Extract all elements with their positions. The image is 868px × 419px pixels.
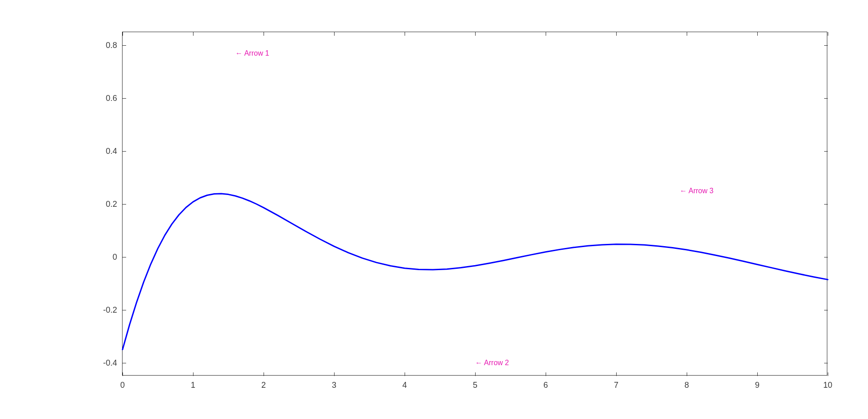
x-tick-mark bbox=[264, 32, 264, 36]
y-tick-mark bbox=[824, 45, 828, 46]
x-tick-mark bbox=[757, 372, 758, 376]
line-series bbox=[123, 32, 828, 376]
x-tick-mark bbox=[334, 372, 335, 376]
y-tick-mark bbox=[824, 363, 828, 363]
y-tick-mark bbox=[824, 204, 828, 205]
y-tick-mark bbox=[123, 151, 126, 152]
x-tick-mark bbox=[334, 32, 335, 36]
x-tick-label: 3 bbox=[332, 381, 336, 390]
y-tick-mark bbox=[123, 204, 126, 205]
x-tick-mark bbox=[193, 372, 193, 376]
x-tick-mark bbox=[687, 32, 687, 36]
x-tick-label: 0 bbox=[120, 381, 125, 390]
x-tick-label: 4 bbox=[402, 381, 407, 390]
y-tick-mark bbox=[123, 363, 126, 363]
x-tick-label: 10 bbox=[823, 381, 832, 390]
x-tick-mark bbox=[546, 372, 546, 376]
y-tick-mark bbox=[824, 257, 828, 257]
y-tick-label: 0.4 bbox=[106, 147, 117, 156]
x-tick-mark bbox=[123, 372, 123, 376]
y-tick-label: 0 bbox=[113, 252, 117, 262]
x-tick-mark bbox=[475, 32, 476, 36]
x-tick-mark bbox=[616, 372, 617, 376]
y-tick-label: 0.8 bbox=[106, 41, 117, 50]
x-tick-mark bbox=[616, 32, 617, 36]
axes[interactable]: -0.4-0.200.20.40.60.8012345678910← Arrow… bbox=[122, 32, 827, 376]
x-tick-label: 6 bbox=[543, 381, 548, 390]
x-tick-label: 5 bbox=[473, 381, 477, 390]
x-tick-mark bbox=[828, 32, 828, 36]
y-tick-mark bbox=[824, 310, 828, 310]
x-tick-label: 1 bbox=[191, 381, 195, 390]
y-tick-label: 0.2 bbox=[106, 200, 117, 209]
x-tick-label: 7 bbox=[614, 381, 618, 390]
y-tick-label: -0.4 bbox=[103, 358, 117, 367]
x-tick-mark bbox=[123, 32, 123, 36]
y-tick-mark bbox=[123, 98, 126, 99]
y-tick-label: -0.2 bbox=[103, 305, 117, 314]
x-tick-mark bbox=[264, 372, 264, 376]
x-tick-mark bbox=[405, 372, 405, 376]
x-tick-mark bbox=[546, 32, 546, 36]
series-line bbox=[123, 194, 828, 350]
x-tick-mark bbox=[828, 372, 828, 376]
x-tick-mark bbox=[475, 372, 476, 376]
x-tick-label: 8 bbox=[684, 381, 689, 390]
x-tick-mark bbox=[193, 32, 193, 36]
y-tick-mark bbox=[123, 45, 126, 46]
x-tick-mark bbox=[757, 32, 758, 36]
x-tick-mark bbox=[405, 32, 405, 36]
x-tick-mark bbox=[687, 372, 687, 376]
y-tick-mark bbox=[824, 151, 828, 152]
y-tick-mark bbox=[824, 98, 828, 99]
y-tick-mark bbox=[123, 310, 126, 310]
y-tick-label: 0.6 bbox=[106, 94, 117, 103]
figure: -0.4-0.200.20.40.60.8012345678910← Arrow… bbox=[0, 0, 868, 419]
x-tick-label: 9 bbox=[755, 381, 760, 390]
x-tick-label: 2 bbox=[261, 381, 266, 390]
y-tick-mark bbox=[123, 257, 126, 257]
